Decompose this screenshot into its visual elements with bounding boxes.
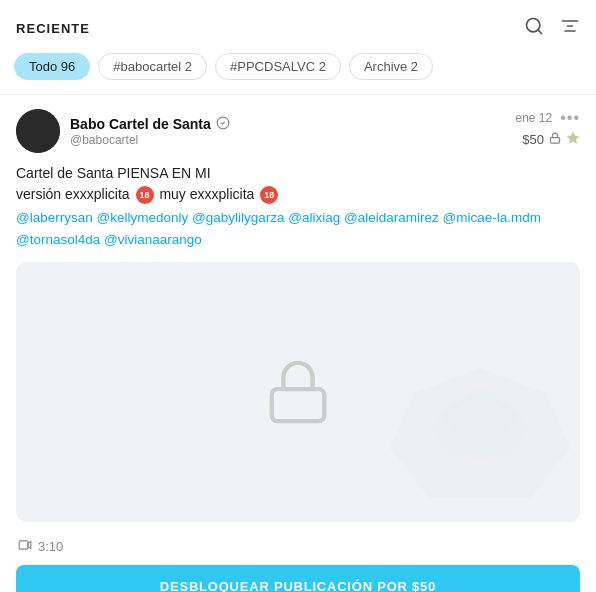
post-text-line1: Cartel de Santa PIENSA EN MI bbox=[16, 163, 580, 184]
svg-rect-12 bbox=[19, 541, 28, 549]
more-options-icon[interactable]: ••• bbox=[560, 109, 580, 127]
filter-tab-all[interactable]: Todo 96 bbox=[14, 53, 90, 80]
post-text-line2: versión exxxplicita 18 muy exxxplicita 1… bbox=[16, 184, 580, 205]
post-card: Babo Cartel de Santa @babocartel ene 12 … bbox=[0, 95, 596, 592]
post-date-row: ene 12 ••• bbox=[515, 109, 580, 127]
page-title: RECIENTE bbox=[16, 21, 90, 36]
svg-marker-7 bbox=[567, 132, 579, 143]
svg-rect-6 bbox=[551, 138, 560, 144]
text-versión: versión exxxplicita bbox=[16, 186, 130, 202]
filter-icon[interactable] bbox=[560, 16, 580, 41]
unlock-button[interactable]: DESBLOQUEAR PUBLICACIÓN POR $50 bbox=[16, 565, 580, 592]
post-footer: 3:10 DESBLOQUEAR PUBLICACIÓN POR $50 bbox=[16, 522, 580, 592]
author-row: Babo Cartel de Santa @babocartel bbox=[16, 109, 230, 153]
author-handle: @babocartel bbox=[70, 133, 230, 147]
filter-tab-babocartel[interactable]: #babocartel 2 bbox=[98, 53, 207, 80]
video-duration-row: 3:10 bbox=[16, 530, 580, 565]
svg-line-1 bbox=[538, 30, 542, 34]
post-mentions: @laberrysan @kellymedonly @gabylilygarza… bbox=[16, 207, 580, 250]
video-icon bbox=[18, 538, 32, 555]
post-price: $50 bbox=[522, 132, 544, 147]
emoji-18-1: 18 bbox=[136, 186, 154, 204]
avatar-image bbox=[16, 109, 60, 153]
media-watermark bbox=[390, 368, 570, 502]
filter-tab-ppcdsalvc[interactable]: #PPCDSALVC 2 bbox=[215, 53, 341, 80]
svg-rect-8 bbox=[272, 389, 325, 421]
post-header: Babo Cartel de Santa @babocartel ene 12 … bbox=[16, 109, 580, 153]
post-body: Cartel de Santa PIENSA EN MI versión exx… bbox=[16, 153, 580, 250]
author-name: Babo Cartel de Santa bbox=[70, 116, 211, 132]
media-area bbox=[16, 262, 580, 522]
svg-marker-13 bbox=[28, 542, 31, 549]
star-icon bbox=[566, 131, 580, 148]
verified-icon bbox=[216, 116, 230, 133]
emoji-18-2: 18 bbox=[260, 186, 278, 204]
author-info: Babo Cartel de Santa @babocartel bbox=[70, 116, 230, 147]
post-date: ene 12 bbox=[515, 111, 552, 125]
post-meta-right: ene 12 ••• $50 bbox=[515, 109, 580, 148]
filter-tabs: Todo 96 #babocartel 2 #PPCDSALVC 2 Archi… bbox=[0, 53, 596, 94]
filter-tab-archive[interactable]: Archive 2 bbox=[349, 53, 433, 80]
header: RECIENTE bbox=[0, 0, 596, 53]
author-name-row: Babo Cartel de Santa bbox=[70, 116, 230, 133]
unlock-button-container: DESBLOQUEAR PUBLICACIÓN POR $50 bbox=[16, 565, 580, 592]
lock-large-icon bbox=[263, 357, 333, 427]
avatar[interactable] bbox=[16, 109, 60, 153]
post-price-row: $50 bbox=[522, 131, 580, 148]
lock-icon bbox=[549, 132, 561, 147]
search-icon[interactable] bbox=[524, 16, 544, 41]
video-time: 3:10 bbox=[38, 539, 63, 554]
header-actions bbox=[524, 16, 580, 41]
media-lock-container bbox=[263, 357, 333, 427]
